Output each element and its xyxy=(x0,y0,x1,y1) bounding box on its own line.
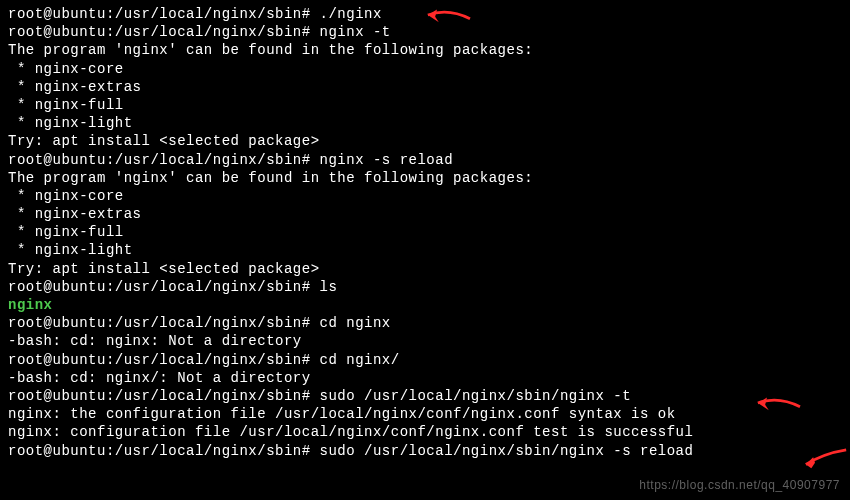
terminal-line: root@ubuntu:/usr/local/nginx/sbin# sudo … xyxy=(8,387,842,405)
terminal-line: nginx xyxy=(8,296,842,314)
terminal-line: * nginx-extras xyxy=(8,205,842,223)
terminal-line: Try: apt install <selected package> xyxy=(8,260,842,278)
terminal-line: root@ubuntu:/usr/local/nginx/sbin# ./ngi… xyxy=(8,5,842,23)
watermark-text: https://blog.csdn.net/qq_40907977 xyxy=(639,478,840,494)
terminal-line: -bash: cd: nginx: Not a directory xyxy=(8,332,842,350)
terminal-line: root@ubuntu:/usr/local/nginx/sbin# sudo … xyxy=(8,442,842,460)
terminal-line: * nginx-full xyxy=(8,223,842,241)
terminal-line: root@ubuntu:/usr/local/nginx/sbin# cd ng… xyxy=(8,314,842,332)
terminal-line: * nginx-core xyxy=(8,187,842,205)
terminal-line: root@ubuntu:/usr/local/nginx/sbin# nginx… xyxy=(8,151,842,169)
terminal-line: * nginx-full xyxy=(8,96,842,114)
terminal-line: root@ubuntu:/usr/local/nginx/sbin# cd ng… xyxy=(8,351,842,369)
terminal-line: * nginx-core xyxy=(8,60,842,78)
terminal-line: * nginx-light xyxy=(8,114,842,132)
terminal-line: nginx: the configuration file /usr/local… xyxy=(8,405,842,423)
terminal-line: root@ubuntu:/usr/local/nginx/sbin# nginx… xyxy=(8,23,842,41)
terminal-line: root@ubuntu:/usr/local/nginx/sbin# ls xyxy=(8,278,842,296)
terminal-line: The program 'nginx' can be found in the … xyxy=(8,41,842,59)
terminal-line: nginx: configuration file /usr/local/ngi… xyxy=(8,423,842,441)
terminal-line: * nginx-extras xyxy=(8,78,842,96)
terminal-line: The program 'nginx' can be found in the … xyxy=(8,169,842,187)
terminal-line: * nginx-light xyxy=(8,241,842,259)
terminal-output: root@ubuntu:/usr/local/nginx/sbin# ./ngi… xyxy=(8,5,842,460)
terminal-line: -bash: cd: nginx/: Not a directory xyxy=(8,369,842,387)
terminal-line: Try: apt install <selected package> xyxy=(8,132,842,150)
